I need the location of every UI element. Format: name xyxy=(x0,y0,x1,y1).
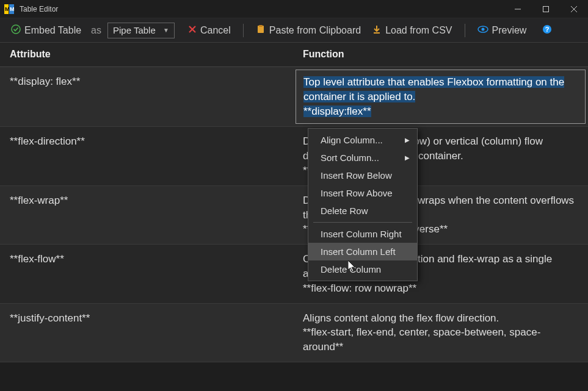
cell-function[interactable]: Top level attribute that enables Flexbox… xyxy=(296,70,586,124)
eye-icon xyxy=(477,24,488,37)
maximize-button[interactable] xyxy=(532,0,560,18)
table-row: **display: flex**Top level attribute tha… xyxy=(0,67,588,127)
cancel-button[interactable]: Cancel xyxy=(184,23,234,38)
window-controls xyxy=(504,0,588,18)
table-row: **flex-wrap**Determines how content wrap… xyxy=(0,186,588,245)
preview-label: Preview xyxy=(492,25,527,36)
help-icon: ? xyxy=(542,24,552,37)
combo-value: Pipe Table xyxy=(113,25,156,35)
as-label: as xyxy=(89,25,104,36)
cancel-label: Cancel xyxy=(200,25,231,36)
app-icon: MM xyxy=(4,4,15,15)
svg-point-15 xyxy=(481,27,484,30)
menu-item-label: Delete Row xyxy=(321,206,368,216)
help-button[interactable]: ? xyxy=(539,22,556,39)
chevron-right-icon: ▶ xyxy=(405,137,410,143)
svg-text:M: M xyxy=(10,6,15,12)
menu-item-label: Align Column... xyxy=(321,135,383,145)
svg-text:?: ? xyxy=(545,26,550,33)
menu-item-delete-row[interactable]: Delete Row xyxy=(308,202,417,220)
check-icon xyxy=(11,24,21,37)
cell-attribute[interactable]: **flex-wrap** xyxy=(0,186,293,244)
paste-clipboard-button[interactable]: Paste from Clipboard xyxy=(252,22,365,39)
table-mode-combo[interactable]: Pipe Table ▼ xyxy=(107,23,175,38)
table-row: **justify-content**Aligns content along … xyxy=(0,304,588,362)
separator xyxy=(465,24,465,37)
embed-table-button[interactable]: Embed Table xyxy=(7,22,85,39)
menu-item-insert-column-left[interactable]: Insert Column Left xyxy=(308,243,417,260)
cell-attribute[interactable]: **justify-content** xyxy=(0,304,293,362)
table-row: **flex-flow**Combination of flex-directi… xyxy=(0,245,588,303)
svg-point-8 xyxy=(12,25,20,34)
cell-attribute[interactable]: **flex-flow** xyxy=(0,245,293,303)
cell-attribute[interactable]: **display: flex** xyxy=(0,67,293,126)
separator xyxy=(243,24,244,37)
menu-item-label: Insert Row Above xyxy=(321,188,393,198)
svg-text:M: M xyxy=(5,6,10,12)
context-menu: Align Column...▶Sort Column...▶Insert Ro… xyxy=(308,128,418,281)
titlebar: MM Table Editor xyxy=(0,0,588,18)
chevron-down-icon: ▼ xyxy=(163,27,169,34)
svg-rect-5 xyxy=(543,6,549,12)
window-title: Table Editor xyxy=(20,5,58,13)
csv-label: Load from CSV xyxy=(385,25,452,36)
menu-item-insert-column-right[interactable]: Insert Column Right xyxy=(308,225,417,243)
toolbar: Embed Table as Pipe Table ▼ Cancel Paste… xyxy=(0,18,588,43)
menu-item-label: Insert Row Below xyxy=(321,170,392,181)
cell-attribute[interactable]: **flex-direction** xyxy=(0,127,293,185)
table-row: **flex-direction**Determines horizontal … xyxy=(0,127,588,185)
menu-item-insert-row-below[interactable]: Insert Row Below xyxy=(308,167,417,184)
minimize-button[interactable] xyxy=(504,0,532,18)
paste-label: Paste from Clipboard xyxy=(269,25,361,36)
download-icon xyxy=(372,24,382,37)
embed-label: Embed Table xyxy=(24,25,81,36)
preview-button[interactable]: Preview xyxy=(474,22,531,39)
load-csv-button[interactable]: Load from CSV xyxy=(368,22,456,39)
svg-rect-12 xyxy=(259,25,263,27)
close-button[interactable] xyxy=(560,0,588,18)
clipboard-icon xyxy=(256,24,266,37)
menu-item-label: Delete Column xyxy=(321,264,381,274)
menu-item-delete-column[interactable]: Delete Column xyxy=(308,260,417,278)
x-icon xyxy=(188,25,197,36)
menu-item-label: Sort Column... xyxy=(321,152,379,163)
table-editor-grid: Attribute Function **display: flex**Top … xyxy=(0,43,588,391)
menu-item-align-column[interactable]: Align Column...▶ xyxy=(308,131,417,149)
cell-function[interactable]: Aligns content along the flex flow direc… xyxy=(293,304,588,362)
header-attribute[interactable]: Attribute xyxy=(0,43,293,66)
header-function[interactable]: Function xyxy=(293,43,588,66)
menu-divider xyxy=(313,222,412,223)
chevron-right-icon: ▶ xyxy=(405,154,410,161)
menu-item-label: Insert Column Right xyxy=(321,229,402,239)
menu-item-label: Insert Column Left xyxy=(321,246,396,257)
menu-item-sort-column[interactable]: Sort Column...▶ xyxy=(308,149,417,167)
menu-item-insert-row-above[interactable]: Insert Row Above xyxy=(308,184,417,202)
table-header-row: Attribute Function xyxy=(0,43,588,67)
